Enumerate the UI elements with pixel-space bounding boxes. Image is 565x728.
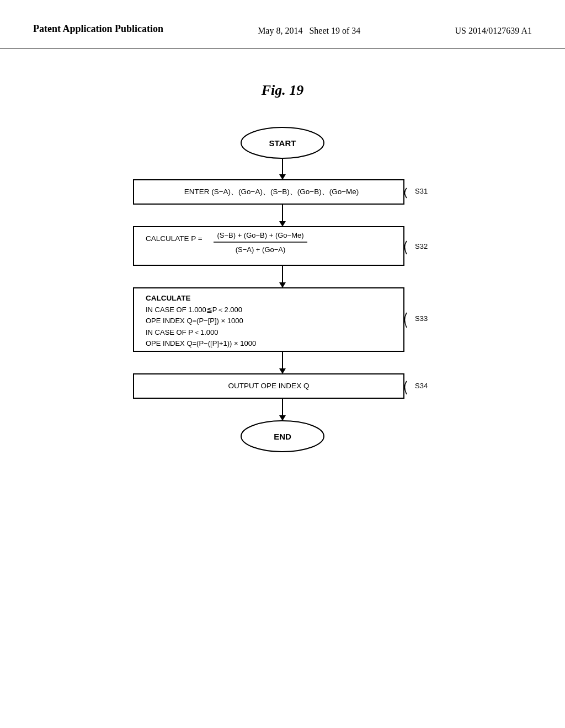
step-s31-text: ENTER (S−A)、(Go−A)、(S−B)、(Go−B)、(Go−Me) <box>184 188 359 196</box>
svg-marker-2 <box>279 174 286 180</box>
fraction-denominator: (S−A) + (Go−A) <box>236 245 286 254</box>
sheet-info: Sheet 19 of 34 <box>309 26 360 35</box>
fraction-numerator: (S−B) + (Go−B) + (Go−Me) <box>217 231 303 239</box>
step-s31-label: S31 <box>415 187 428 195</box>
figure-title: Fig. 19 <box>262 82 304 99</box>
patent-number: US 2014/0127639 A1 <box>455 22 532 38</box>
svg-marker-15 <box>279 415 286 421</box>
main-content: Fig. 19 START ENTER (S−A)、(Go−A)、(S−B)、(… <box>0 49 565 551</box>
step-s33-line4: IN CASE OF P＜1.000 <box>146 328 218 336</box>
step-s33-label: S33 <box>415 314 428 323</box>
step-s32-text-prefix: CALCULATE P = <box>146 234 202 243</box>
step-s33-line1: CALCULATE <box>146 294 191 302</box>
publication-label: Patent Application Publication <box>33 22 163 36</box>
step-s33-line2: IN CASE OF 1.000≦P＜2.000 <box>146 306 242 314</box>
flowchart-diagram: START ENTER (S−A)、(Go−A)、(S−B)、(Go−B)、(G… <box>89 121 476 551</box>
publication-date: May 8, 2014 <box>258 26 302 35</box>
svg-marker-12 <box>279 368 286 374</box>
svg-marker-5 <box>279 221 286 227</box>
step-s33-line5: OPE INDEX Q=(P−([P]+1)) × 1000 <box>146 339 256 347</box>
step-s34-label: S34 <box>415 382 428 390</box>
date-sheet: May 8, 2014 Sheet 19 of 34 <box>258 22 360 38</box>
step-s33-line3: OPE INDEX Q=(P−[P]) × 1000 <box>146 317 243 325</box>
svg-marker-9 <box>279 282 286 288</box>
start-label: START <box>269 138 296 148</box>
step-s34-text: OUTPUT OPE INDEX Q <box>228 382 310 390</box>
step-s32-label: S32 <box>415 242 428 250</box>
page-header: Patent Application Publication May 8, 20… <box>0 0 565 49</box>
end-label: END <box>274 432 291 441</box>
